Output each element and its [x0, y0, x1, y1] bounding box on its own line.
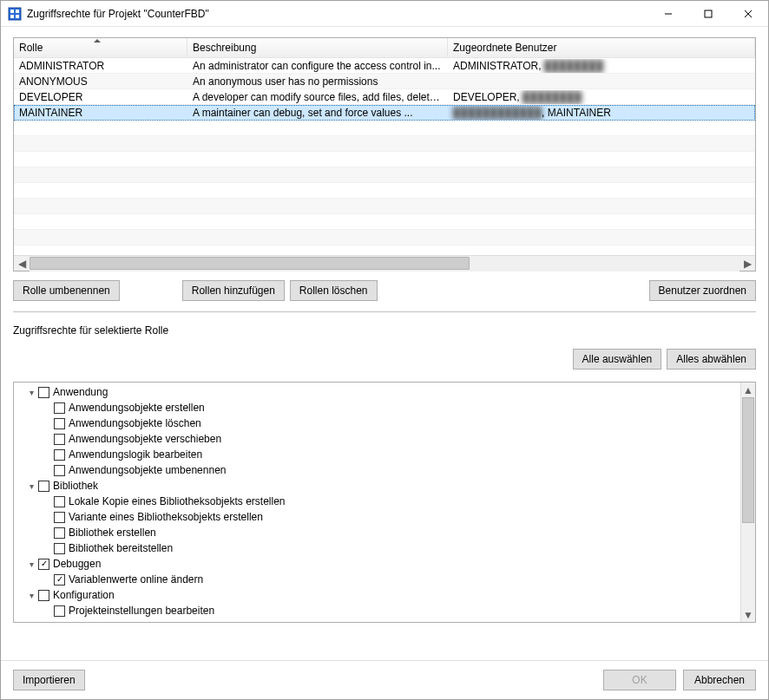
dialog-window: Zugriffsrechte für Projekt "CounterFBD" … [0, 0, 769, 700]
content-area: Rolle Beschreibung Zugeordnete Benutzer … [1, 27, 768, 660]
select-all-button[interactable]: Alle auswählen [573, 349, 662, 370]
tree-item[interactable]: Variante eines Bibliotheksobjekts erstel… [17, 509, 737, 525]
cell-role: MAINTAINER [14, 106, 187, 120]
deselect-all-button[interactable]: Alles abwählen [667, 349, 756, 370]
add-roles-button[interactable]: Rollen hinzufügen [182, 280, 285, 301]
vertical-scrollbar[interactable]: ▲ ▼ [740, 383, 755, 622]
tree-item-label: Bibliothek [53, 480, 98, 492]
tree-item-label: Anwendungsobjekte umbenennen [69, 464, 226, 476]
table-row[interactable]: ANONYMOUSAn anonymous user has no permis… [14, 74, 755, 89]
scroll-up-icon[interactable]: ▲ [741, 383, 755, 397]
tree-item[interactable]: ▾Debuggen [17, 556, 737, 572]
titlebar: Zugriffsrechte für Projekt "CounterFBD" [1, 1, 768, 27]
assign-users-button[interactable]: Benutzer zuordnen [649, 280, 756, 301]
checkbox[interactable] [54, 465, 65, 476]
table-row-empty [14, 230, 755, 245]
import-button[interactable]: Importieren [13, 670, 85, 690]
table-row[interactable]: MAINTAINERA maintainer can debug, set an… [14, 105, 755, 121]
redacted-text: ████████████ [453, 107, 542, 119]
tree-item[interactable]: Anwendungsobjekte löschen [17, 415, 737, 431]
tree-item-label: Projekteinstellungen bearbeiten [69, 605, 214, 617]
table-row-empty [14, 183, 755, 199]
checkbox[interactable] [38, 481, 49, 492]
delete-roles-button[interactable]: Rollen löschen [290, 280, 378, 301]
tree-item[interactable]: Anwendungslogik bearbeiten [17, 447, 737, 462]
redacted-text: ████████ [523, 91, 582, 103]
table-row[interactable]: DEVELOPERA developer can modify source f… [14, 89, 755, 105]
checkbox[interactable] [54, 418, 65, 429]
tree-item-label: Debuggen [53, 558, 101, 570]
checkbox[interactable] [54, 496, 65, 507]
chevron-down-icon[interactable]: ▾ [26, 388, 36, 397]
cell-users [448, 81, 755, 82]
chevron-down-icon[interactable]: ▾ [26, 481, 36, 491]
tree-item[interactable]: Lokale Kopie eines Bibliotheksobjekts er… [17, 494, 737, 509]
tree-item[interactable]: ▾Bibliothek [17, 478, 737, 494]
chevron-down-icon[interactable]: ▾ [26, 559, 36, 569]
chevron-down-icon[interactable]: ▾ [26, 591, 36, 600]
table-row-empty [14, 245, 755, 255]
table-row-empty [14, 136, 755, 152]
checkbox[interactable] [38, 590, 49, 601]
svg-rect-6 [705, 10, 712, 17]
column-header-role[interactable]: Rolle [14, 38, 187, 57]
tree-item[interactable]: Bibliothek erstellen [17, 525, 737, 540]
tree-item[interactable]: ▾Konfiguration [17, 587, 737, 603]
tree-item[interactable]: Anwendungsobjekte verschieben [17, 431, 737, 447]
v-scrollbar-track[interactable] [741, 397, 755, 607]
checkbox[interactable] [54, 449, 65, 461]
tree-item-label: Anwendungsobjekte löschen [69, 417, 201, 429]
maximize-button[interactable] [688, 1, 728, 26]
scrollbar-track[interactable] [30, 256, 739, 271]
checkbox[interactable] [54, 527, 65, 539]
v-scrollbar-thumb[interactable] [742, 397, 754, 523]
cell-users: DEVELOPER, ████████ [448, 90, 755, 104]
table-body: ADMINISTRATORAn administrator can config… [14, 58, 755, 255]
checkbox[interactable] [38, 559, 49, 570]
horizontal-scrollbar[interactable]: ◀ ▶ [14, 255, 755, 271]
tree-item[interactable]: Variablenwerte online ändern [17, 572, 737, 587]
cell-description: An anonymous user has no permissions [187, 75, 448, 88]
tree-item-label: Bibliothek erstellen [69, 527, 156, 539]
tree-item[interactable]: Anwendungsobjekte umbenennen [17, 462, 737, 478]
tree-item[interactable]: ▾Anwendung [17, 384, 737, 400]
svg-rect-4 [16, 15, 19, 18]
cell-users: ADMINISTRATOR, ████████ [448, 59, 755, 73]
table-row-empty [14, 121, 755, 136]
rename-role-button[interactable]: Rolle umbenennen [13, 280, 120, 301]
checkbox[interactable] [54, 512, 65, 523]
role-buttons-row: Rolle umbenennen Rollen hinzufügen Rolle… [13, 280, 756, 301]
tree-item[interactable]: Projekteinstellungen bearbeiten [17, 603, 737, 618]
column-header-users[interactable]: Zugeordnete Benutzer [448, 38, 755, 57]
scrollbar-thumb[interactable] [30, 257, 470, 270]
minimize-button[interactable] [648, 1, 688, 26]
close-button[interactable] [728, 1, 768, 26]
cell-users: ████████████, MAINTAINER [448, 106, 755, 120]
selection-buttons-row: Alle auswählen Alles abwählen [13, 349, 756, 370]
tree-item[interactable]: Anwendungsobjekte erstellen [17, 400, 737, 415]
scroll-left-icon[interactable]: ◀ [14, 256, 30, 271]
checkbox[interactable] [54, 434, 65, 445]
cell-role: ANONYMOUS [14, 75, 187, 88]
svg-rect-1 [10, 10, 14, 13]
scroll-down-icon[interactable]: ▼ [741, 607, 755, 622]
tree-view: ▾AnwendungAnwendungsobjekte erstellenAnw… [14, 383, 740, 622]
ok-button[interactable]: OK [603, 670, 676, 690]
table-row-empty [14, 199, 755, 214]
tree-item-label: Anwendungsobjekte verschieben [69, 433, 221, 445]
checkbox[interactable] [54, 543, 65, 554]
redacted-text: ████████ [544, 60, 603, 72]
cancel-button[interactable]: Abbrechen [683, 670, 756, 690]
checkbox[interactable] [54, 605, 65, 617]
checkbox[interactable] [38, 387, 49, 398]
dialog-bottom-bar: Importieren OK Abbrechen [1, 660, 768, 699]
scroll-right-icon[interactable]: ▶ [739, 256, 755, 271]
checkbox[interactable] [54, 402, 65, 414]
checkbox[interactable] [54, 574, 65, 586]
table-row-empty [14, 167, 755, 183]
tree-item[interactable]: Bibliothek bereitstellen [17, 540, 737, 556]
column-header-description[interactable]: Beschreibung [187, 38, 448, 57]
cell-description: A developer can modify source files, add… [187, 90, 448, 104]
table-row[interactable]: ADMINISTRATORAn administrator can config… [14, 58, 755, 74]
permissions-section-title: Zugriffsrechte für selektierte Rolle [13, 324, 756, 337]
